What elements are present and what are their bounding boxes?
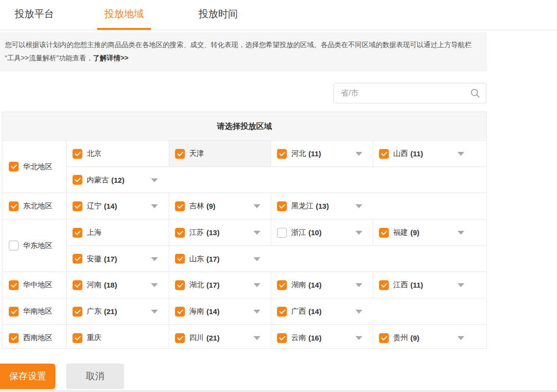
region-checkbox[interactable]: [9, 162, 19, 172]
expand-cities-arrow-icon[interactable]: [151, 204, 158, 208]
province-cell[interactable]: 重庆: [67, 325, 169, 349]
expand-cities-arrow-icon[interactable]: [253, 310, 260, 314]
province-checkbox[interactable]: [175, 307, 185, 317]
province-cell[interactable]: 山西(11): [373, 141, 486, 167]
province-checkbox[interactable]: [175, 254, 185, 264]
province-checkbox[interactable]: [73, 254, 82, 264]
region-group-cell[interactable]: 西南地区: [2, 325, 67, 349]
province-checkbox[interactable]: [73, 149, 82, 159]
region-checkbox[interactable]: [9, 241, 19, 250]
province-cell[interactable]: 贵州(9): [373, 325, 486, 349]
info-details-link[interactable]: 了解详情>>: [93, 54, 128, 62]
province-cell[interactable]: 广西(14): [271, 298, 373, 324]
province-cell[interactable]: 天津: [169, 141, 271, 167]
province-checkbox[interactable]: [175, 280, 185, 290]
tab-bar: 投放平台投放地域投放时间: [0, 0, 557, 30]
province-cell[interactable]: 山东(17): [169, 246, 271, 271]
tab-region[interactable]: 投放地域: [104, 0, 144, 30]
province-checkbox[interactable]: [73, 228, 82, 238]
info-box: 您可以根据该计划内的您想主推的商品品类在各地区的搜索、成交、转化表现，选择您希望…: [0, 32, 487, 72]
expand-cities-arrow-icon[interactable]: [253, 257, 260, 261]
expand-cities-arrow-icon[interactable]: [253, 231, 260, 235]
expand-cities-arrow-icon[interactable]: [457, 283, 464, 287]
province-cell[interactable]: 内蒙古(12): [67, 167, 169, 193]
province-checkbox[interactable]: [277, 307, 287, 317]
province-checkbox[interactable]: [175, 228, 185, 238]
province-checkbox[interactable]: [73, 280, 82, 290]
region-group-cell[interactable]: 华东地区: [2, 220, 67, 271]
expand-cities-arrow-icon[interactable]: [355, 204, 362, 208]
province-cell[interactable]: 江苏(13): [169, 220, 271, 245]
expand-cities-arrow-icon[interactable]: [151, 178, 158, 182]
province-checkbox[interactable]: [379, 280, 389, 290]
province-cell[interactable]: 黑龙江(13): [271, 193, 373, 219]
region-table-title: 请选择投放区域: [2, 112, 486, 141]
province-cell[interactable]: 福建(9): [373, 220, 486, 245]
province-checkbox[interactable]: [277, 201, 287, 211]
province-checkbox[interactable]: [379, 333, 389, 343]
province-cell[interactable]: 江西(11): [373, 272, 486, 298]
expand-cities-arrow-icon[interactable]: [457, 336, 464, 340]
province-cell[interactable]: 海南(14): [169, 298, 271, 324]
expand-cities-arrow-icon[interactable]: [253, 283, 260, 287]
province-label: 北京: [87, 149, 101, 158]
search-icon[interactable]: [470, 88, 480, 98]
region-checkbox[interactable]: [9, 333, 19, 343]
province-cell[interactable]: 辽宁(14): [67, 193, 169, 219]
region-group-cell[interactable]: 东北地区: [2, 193, 67, 219]
tab-time[interactable]: 投放时间: [199, 0, 238, 30]
province-checkbox[interactable]: [73, 333, 82, 343]
save-settings-button[interactable]: 保存设置: [0, 364, 55, 389]
expand-cities-arrow-icon[interactable]: [151, 310, 158, 314]
province-cell[interactable]: 吉林(9): [169, 193, 271, 219]
province-cell[interactable]: 云南(16): [271, 325, 373, 349]
province-cell[interactable]: 湖北(17): [169, 272, 271, 298]
region-checkbox[interactable]: [9, 280, 19, 290]
region-checkbox[interactable]: [9, 201, 19, 211]
expand-cities-arrow-icon[interactable]: [457, 231, 464, 235]
region-group-cell[interactable]: 华北地区: [2, 141, 67, 193]
expand-cities-arrow-icon[interactable]: [355, 310, 362, 314]
province-cell[interactable]: 河南(18): [67, 272, 169, 298]
province-checkbox[interactable]: [277, 149, 287, 159]
region-row: 西南地区重庆四川(21)云南(16)贵州(9): [2, 325, 486, 349]
province-checkbox[interactable]: [175, 149, 185, 159]
region-group-cell[interactable]: 华南地区: [2, 298, 67, 324]
province-checkbox[interactable]: [73, 307, 82, 317]
expand-cities-arrow-icon[interactable]: [355, 336, 362, 340]
expand-cities-arrow-icon[interactable]: [457, 152, 464, 156]
region-checkbox[interactable]: [9, 307, 19, 317]
province-checkbox[interactable]: [277, 333, 287, 343]
search-box: [333, 83, 486, 103]
province-checkbox[interactable]: [73, 175, 82, 185]
province-checkbox[interactable]: [379, 228, 389, 238]
region-group-cell[interactable]: 华中地区: [2, 272, 67, 298]
search-input[interactable]: [334, 83, 466, 103]
cancel-button[interactable]: 取消: [66, 364, 124, 389]
expand-cities-arrow-icon[interactable]: [355, 231, 362, 235]
province-cell[interactable]: 上海: [67, 220, 169, 245]
province-label: 广东: [87, 307, 101, 316]
province-checkbox[interactable]: [379, 149, 389, 159]
expand-cities-arrow-icon[interactable]: [253, 204, 260, 208]
province-checkbox[interactable]: [277, 228, 287, 238]
city-count: (17): [206, 255, 220, 263]
province-cell[interactable]: 河北(11): [271, 141, 373, 167]
expand-cities-arrow-icon[interactable]: [151, 283, 158, 287]
province-checkbox[interactable]: [73, 201, 82, 211]
expand-cities-arrow-icon[interactable]: [355, 152, 362, 156]
province-cell[interactable]: 北京: [67, 141, 169, 167]
province-cell[interactable]: 广东(21): [67, 298, 169, 324]
expand-cities-arrow-icon[interactable]: [253, 336, 260, 340]
province-cell[interactable]: 四川(21): [169, 325, 271, 349]
province-cell[interactable]: 湖南(14): [271, 272, 373, 298]
province-cell[interactable]: 安徽(17): [67, 246, 169, 271]
province-checkbox[interactable]: [277, 280, 287, 290]
bottom-divider: [0, 391, 557, 392]
expand-cities-arrow-icon[interactable]: [355, 283, 362, 287]
province-checkbox[interactable]: [175, 333, 185, 343]
province-cell[interactable]: 浙江(10): [271, 220, 373, 245]
province-checkbox[interactable]: [175, 201, 185, 211]
expand-cities-arrow-icon[interactable]: [151, 257, 158, 261]
tab-platform[interactable]: 投放平台: [15, 0, 54, 30]
